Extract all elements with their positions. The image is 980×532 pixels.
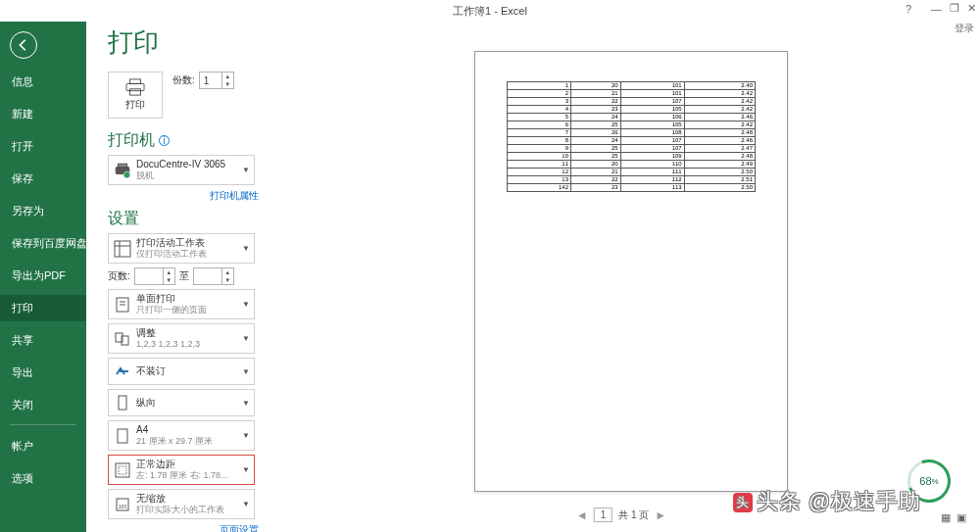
setting-icon [113,393,132,412]
sidebar-bottom-0[interactable]: 帐户 [0,433,86,459]
sidebar-item-3[interactable]: 保存 [0,166,86,192]
info-icon[interactable]: i [159,135,170,146]
page-title: 打印 [108,25,263,60]
copies-control: 份数: 1 ▲▼ [172,72,234,89]
title-bar: 工作簿1 - Excel ? — ❐ ✕ [0,0,980,22]
copies-spinner[interactable]: 1 ▲▼ [199,72,234,89]
svg-rect-1 [130,79,141,84]
chevron-down-icon: ▼ [242,431,250,440]
sidebar-item-4[interactable]: 另存为 [0,198,86,224]
svg-rect-16 [116,463,129,477]
page-range-row: 页数: ▲▼ 至 ▲▼ [108,267,263,285]
duplex-selector[interactable]: 单面打印只打印一侧的页面▼ [108,289,255,319]
page-preview: 1201012.402211012.423221072.424231052.42… [474,51,788,492]
progress-indicator: 68% [907,459,951,503]
window-controls: — ❐ ✕ [931,2,976,15]
sidebar-item-8[interactable]: 共享 [0,327,86,354]
setting-icon [113,329,132,349]
show-margins-icon[interactable]: ▦ [941,511,951,524]
sidebar-item-6[interactable]: 导出为PDF [0,263,86,289]
orientation-selector[interactable]: 纵向▼ [108,389,255,416]
sidebar-item-7[interactable]: 打印 [0,295,86,321]
page-to-input[interactable]: ▲▼ [193,267,234,285]
printer-properties-link[interactable]: 打印机属性 [108,189,263,203]
printer-section-header: 打印机 i [108,130,263,151]
chevron-down-icon: ▼ [242,500,250,508]
margins-selector[interactable]: 正常边距左: 1.78 厘米 右: 1.78...▼ [108,455,255,485]
paper-size-selector[interactable]: A421 厘米 x 29.7 厘米▼ [108,420,255,451]
svg-rect-14 [119,396,126,410]
app-title: 工作簿1 - Excel [453,4,527,19]
sidebar-item-9[interactable]: 导出 [0,360,86,386]
minimize-icon[interactable]: — [931,3,942,15]
svg-rect-2 [130,89,141,95]
sidebar-item-2[interactable]: 打开 [0,133,86,160]
preview-data-table: 1201012.402211012.423221072.424231052.42… [507,81,756,192]
copies-label: 份数: [172,73,195,87]
current-page-input[interactable]: 1 [594,508,613,522]
svg-rect-15 [118,429,127,443]
next-page-button[interactable]: ► [655,508,666,522]
print-settings-panel: 打印 打印 份数: 1 ▲▼ 打印机 i [86,22,263,532]
page-setup-link[interactable]: 页面设置 [108,523,263,532]
svg-rect-6 [115,241,130,257]
sidebar-item-0[interactable]: 信息 [0,69,86,95]
svg-text:100: 100 [119,504,127,509]
chevron-down-icon: ▼ [242,334,250,343]
print-preview-area: 1201012.402211012.423221072.424231052.42… [263,22,980,532]
sidebar-item-5[interactable]: 保存到百度网盘 [0,230,86,257]
help-icon[interactable]: ? [906,3,911,15]
printer-selector[interactable]: DocuCentre-IV 3065 脱机 ▼ [108,155,255,185]
chevron-down-icon: ▼ [242,300,250,309]
restore-icon[interactable]: ❐ [950,2,959,15]
svg-rect-0 [126,83,144,90]
page-navigator: ◄ 1 共 1 页 ► [576,508,666,522]
zoom-to-page-icon[interactable]: ▣ [956,511,966,524]
printer-name: DocuCentre-IV 3065 [136,159,240,170]
staple-selector[interactable]: 不装订▼ [108,358,255,385]
setting-icon [113,295,132,314]
setting-icon [113,362,132,381]
preview-zoom-controls: ▦ ▣ [941,511,966,524]
chevron-down-icon: ▼ [242,465,250,474]
setting-icon [113,460,132,480]
print-button[interactable]: 打印 [108,72,163,119]
back-button[interactable] [10,31,37,59]
chevron-down-icon: ▼ [242,367,250,376]
print-button-label: 打印 [125,98,145,112]
spin-down-icon: ▼ [222,80,233,88]
scaling-selector[interactable]: 100无缩放打印实际大小的工作表▼ [108,489,255,519]
setting-icon [113,426,132,446]
spin-up-icon: ▲ [222,73,233,80]
setting-icon: 100 [113,495,132,514]
total-pages-label: 共 1 页 [618,508,649,522]
prev-page-button[interactable]: ◄ [576,508,588,522]
svg-rect-4 [119,164,127,167]
printer-status: 脱机 [136,170,240,181]
svg-rect-17 [119,466,126,474]
sidebar-bottom-1[interactable]: 选项 [0,465,86,492]
print-scope-selector[interactable]: 打印活动工作表 仅打印活动工作表 ▼ [108,233,255,264]
svg-point-5 [123,171,130,178]
page-from-input[interactable]: ▲▼ [134,267,175,285]
backstage-sidebar: 信息新建打开保存另存为保存到百度网盘导出为PDF打印共享导出关闭帐户选项 [0,22,86,532]
sidebar-item-10[interactable]: 关闭 [0,392,86,418]
sidebar-item-1[interactable]: 新建 [0,101,86,127]
collation-selector[interactable]: 调整1,2,3 1,2,3 1,2,3▼ [108,323,255,354]
chevron-down-icon: ▼ [242,244,250,253]
chevron-down-icon: ▼ [242,166,250,174]
close-icon[interactable]: ✕ [967,2,976,15]
chevron-down-icon: ▼ [242,399,250,408]
settings-section-header: 设置 [108,209,263,229]
